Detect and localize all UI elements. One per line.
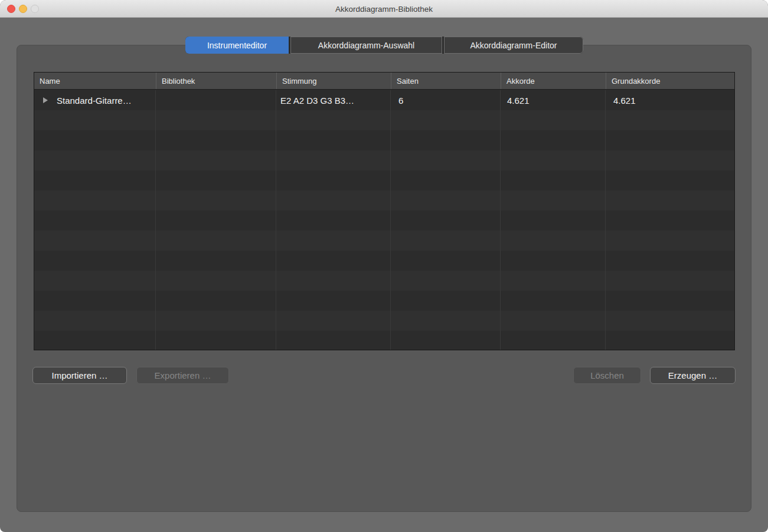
- table-body: Standard-Gitarre… E2 A2 D3 G3 B3… 6 4.62…: [34, 90, 734, 350]
- column-divider: [155, 90, 156, 350]
- tab-instrumenteditor[interactable]: Instrumenteditor: [185, 37, 289, 54]
- column-divider: [390, 90, 391, 350]
- cell-akkorde: 4.621: [507, 90, 530, 110]
- column-divider: [605, 90, 606, 350]
- table-row[interactable]: Standard-Gitarre… E2 A2 D3 G3 B3… 6 4.62…: [34, 90, 734, 110]
- delete-button: Löschen: [573, 367, 641, 384]
- cell-stimmung: E2 A2 D3 G3 B3…: [280, 90, 354, 110]
- table-header-row: Name Bibliothek Stimmung Saiten Akkorde …: [34, 73, 734, 90]
- column-header-name[interactable]: Name: [34, 73, 156, 89]
- disclosure-triangle-icon[interactable]: [43, 97, 48, 103]
- titlebar: Akkorddiagramm-Bibliothek: [0, 0, 768, 18]
- column-header-bibliothek[interactable]: Bibliothek: [156, 73, 276, 89]
- column-divider: [500, 90, 501, 350]
- tab-akkorddiagramm-auswahl[interactable]: Akkorddiagramm-Auswahl: [290, 37, 442, 54]
- chord-library-window: Akkorddiagramm-Bibliothek Instrumentedit…: [0, 0, 768, 532]
- column-header-grundakkorde[interactable]: Grundakkorde: [606, 73, 734, 89]
- window-title: Akkorddiagramm-Bibliothek: [0, 0, 768, 18]
- cell-grundakkorde: 4.621: [613, 90, 636, 110]
- tab-bar: Instrumenteditor Akkorddiagramm-Auswahl …: [185, 37, 583, 54]
- import-button[interactable]: Importieren …: [32, 367, 127, 384]
- column-header-akkorde[interactable]: Akkorde: [501, 73, 606, 89]
- create-button[interactable]: Erzeugen …: [650, 367, 736, 384]
- instruments-table: Name Bibliothek Stimmung Saiten Akkorde …: [34, 72, 735, 350]
- column-divider: [276, 90, 276, 350]
- cell-saiten: 6: [398, 90, 403, 110]
- column-header-stimmung[interactable]: Stimmung: [276, 73, 391, 89]
- cell-name: Standard-Gitarre…: [57, 90, 132, 110]
- tab-akkorddiagramm-editor[interactable]: Akkorddiagramm-Editor: [444, 37, 583, 54]
- export-button: Exportieren …: [136, 367, 229, 384]
- column-header-saiten[interactable]: Saiten: [391, 73, 501, 89]
